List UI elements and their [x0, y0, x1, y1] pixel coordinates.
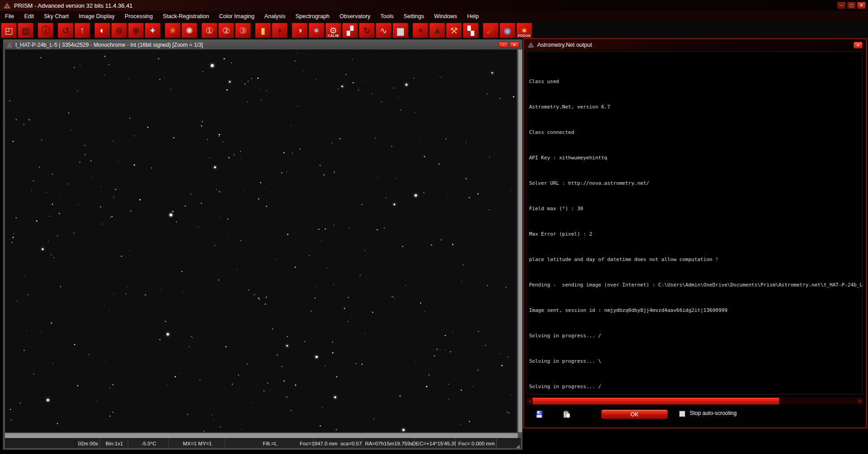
toolbar-icon: ③ [239, 25, 247, 36]
save-log-icon[interactable] [535, 410, 543, 418]
prism-logo-icon [528, 42, 534, 48]
upload-button[interactable]: ↑ [74, 23, 90, 38]
astrometry-window-close-button[interactable]: ✕ [853, 42, 863, 49]
menu-settings[interactable]: Settings [398, 11, 429, 22]
toolbar-icon: ✳ [169, 25, 177, 36]
dark-frame-button[interactable]: ◗ [272, 23, 288, 38]
status-binning: Bin:1x1 [100, 439, 128, 448]
toolbar-icon: ◉ [504, 25, 511, 36]
half-sphere-button[interactable]: ◑ [292, 23, 308, 38]
console-line: Solving in progress... \ [529, 358, 860, 365]
copy-log-icon[interactable] [563, 410, 570, 418]
image-horizontal-scrollbar[interactable] [5, 433, 518, 438]
camera-button[interactable]: ▮ [255, 23, 271, 38]
app-titlebar[interactable]: PRISM - Advanced version 32 bits 11.4.36… [0, 0, 868, 11]
scroll-left-arrow-icon[interactable]: ◄ [527, 398, 533, 405]
app-maximize-button[interactable]: ▢ [847, 2, 856, 9]
image-window-close-button[interactable]: ✕ [510, 42, 519, 48]
toolbar-icon: ▮ [260, 25, 265, 36]
astrometry-console-log[interactable]: Class used Astrometry.Net, version 6.7 C… [526, 51, 863, 395]
toolbar-icon: ✦ [149, 25, 157, 36]
toolbar-icon: ▞ [347, 25, 353, 36]
status-focuser: Foc= 0.000 mm [456, 439, 497, 448]
menu-color-imaging[interactable]: Color Imaging [214, 11, 260, 22]
telescope-button[interactable]: ⌖ [412, 23, 428, 38]
image-vertical-scrollbar[interactable] [518, 49, 522, 432]
toolbar-icon: ↺ [62, 25, 69, 36]
status-focal-scale: Foc=1947.0 mm sca=0.57 "/pixel [314, 439, 363, 448]
toolbar-icon: ◗ [277, 25, 282, 35]
app-window-controls: – ▢ ✕ [837, 2, 868, 9]
toolbar-icon: ↑ [80, 25, 85, 35]
astrometry-window-titlebar[interactable]: Astrometry.Net output ✕ [525, 39, 866, 50]
console-line: Pending - sending image (over Internet) … [529, 282, 860, 288]
psf-peak-button[interactable]: ▲ [429, 23, 445, 38]
star-window-button[interactable]: ✦ [145, 23, 161, 38]
save-button[interactable]: ▤ [18, 23, 34, 38]
zoom-out-button[interactable]: ⊖ [111, 23, 127, 38]
menu-analysis[interactable]: Analysis [260, 11, 291, 22]
hand-globe-button[interactable]: ☄ [483, 23, 499, 38]
calib-button[interactable]: ⚙CALIB [325, 23, 341, 38]
menu-stack-registration[interactable]: Stack-Registration [158, 11, 214, 22]
toolbar-icon: ↻ [363, 25, 371, 36]
menu-image-display[interactable]: Image Display [74, 11, 120, 22]
layer-2-button[interactable]: ② [218, 23, 234, 38]
histogram-button[interactable]: ▆ [392, 23, 408, 38]
image-status-bar: 02m 00s Bin:1x1 -5.0°C MX=1 MY=1 Filt.=L… [5, 438, 521, 448]
stop-autoscroll-checkbox[interactable] [679, 411, 685, 417]
blink-compare-button[interactable]: ▞ [342, 23, 358, 38]
app-minimize-button[interactable]: – [837, 2, 846, 9]
menu-tools[interactable]: Tools [375, 11, 398, 22]
astrometry-output-window: Astrometry.Net output ✕ Class used Astro… [524, 39, 867, 428]
aperture-button[interactable]: ✺ [181, 23, 197, 38]
toolbar-icon: ✶ [313, 25, 320, 36]
console-line: Solving in progress... / [529, 333, 860, 339]
info-button[interactable]: ⓘ [38, 23, 54, 38]
hand-adjust-button[interactable]: ✳ [165, 23, 181, 38]
console-line: place latitude and day of datetime does … [529, 257, 860, 263]
open-file-button[interactable]: ◰ [1, 23, 17, 38]
layer-1-button[interactable]: ① [201, 23, 217, 38]
scroll-right-arrow-icon[interactable]: ► [857, 398, 863, 405]
menu-edit[interactable]: Edit [19, 11, 39, 22]
layer-3-button[interactable]: ③ [235, 23, 251, 38]
globe-button[interactable]: ◉ [500, 23, 515, 38]
status-exposure: 02m 00s [76, 439, 100, 448]
scrollbar-track[interactable] [533, 398, 857, 405]
menu-file[interactable]: File [0, 11, 19, 22]
ok-button[interactable]: OK [601, 410, 668, 419]
starfield-button[interactable]: ▚ [463, 23, 479, 38]
menu-spectrograph[interactable]: Spectrograph [290, 11, 334, 22]
sky-grid-button[interactable]: ✶ [309, 23, 324, 38]
app-close-button[interactable]: ✕ [857, 2, 866, 9]
menu-bar: File Edit Sky Chart Image Display Proces… [0, 11, 868, 22]
contrast-button[interactable]: ◐ [94, 23, 110, 38]
menu-sky-chart[interactable]: Sky Chart [39, 11, 74, 22]
curve-button[interactable]: ∿ [376, 23, 392, 38]
rotate-button[interactable]: ↻ [359, 23, 375, 38]
image-window-titlebar[interactable]: t_HAT-P-24b_L-5 | 3354x2529 - Monochrome… [4, 40, 522, 49]
menu-observatory[interactable]: Observatory [334, 11, 375, 22]
undo-button[interactable]: ↺ [58, 23, 74, 38]
zoom-in-button[interactable]: ⊕ [128, 23, 144, 38]
image-window-minimize-button[interactable]: – [499, 42, 508, 48]
console-horizontal-scrollbar: ◄ ► [526, 397, 863, 405]
polish-wrench-button[interactable]: ⚒ [446, 23, 462, 38]
image-window-title: t_HAT-P-24b_L-5 | 3354x2529 - Monochrome… [15, 42, 203, 48]
astrometry-window-title: Astrometry.Net output [537, 42, 592, 48]
console-line: Solver URL : http://nova.astrometry.net/ [529, 180, 860, 187]
menu-processing[interactable]: Processing [120, 11, 158, 22]
console-line: Class connected [529, 129, 860, 136]
console-line: Solving in progress... / [529, 384, 860, 390]
status-dec: DEC=+14°15'45.39" [415, 439, 456, 448]
toolbar-icon: ⊖ [116, 25, 123, 36]
focus-button[interactable]: ✶FOCUS [516, 23, 532, 38]
prism-logo-icon [4, 3, 10, 9]
menu-help[interactable]: Help [462, 11, 484, 22]
scrollbar-thumb[interactable] [533, 398, 779, 405]
menu-windows[interactable]: Windows [429, 11, 462, 22]
toolbar-icon: ⊕ [132, 25, 140, 36]
resize-grip-icon[interactable]: ◢ [516, 443, 521, 449]
star-field-image[interactable] [5, 49, 517, 432]
